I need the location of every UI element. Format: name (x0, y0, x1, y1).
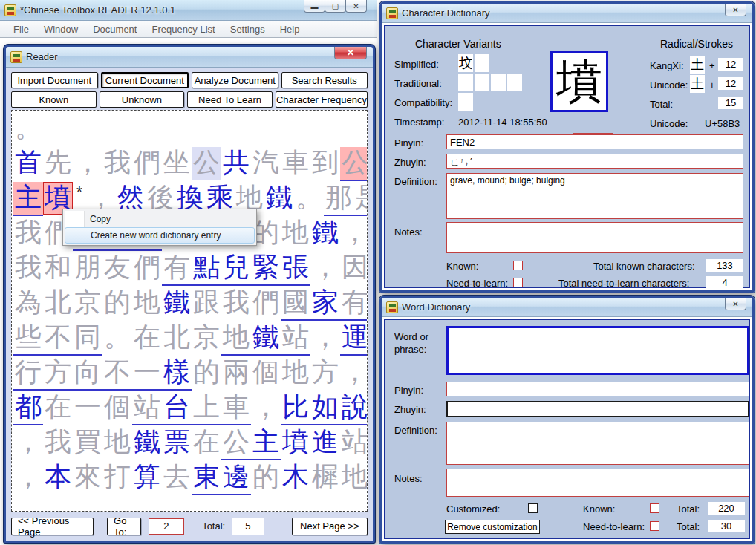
reader-char[interactable]: 汽 (251, 147, 281, 180)
reader-char[interactable]: 因 (340, 252, 368, 284)
reader-char[interactable]: 運 (340, 322, 368, 356)
reader-char[interactable]: 鐵 (162, 287, 192, 319)
reader-char[interactable]: 國 (281, 287, 310, 321)
previous-page-button[interactable]: << Previous Page (11, 518, 94, 535)
reader-char[interactable]: 打 (102, 461, 132, 494)
reader-char[interactable]: 兩 (221, 356, 251, 389)
reader-char[interactable]: 們 (251, 287, 281, 319)
reader-char[interactable]: ， (340, 217, 368, 249)
close-icon[interactable]: ✕ (345, 0, 367, 13)
reader-char[interactable]: 們 (132, 147, 162, 180)
menu-settings[interactable]: Settings (223, 22, 273, 36)
reader-char[interactable]: 上 (192, 391, 221, 425)
reader-char[interactable]: 一 (73, 391, 102, 424)
reader-char[interactable]: 行 (13, 356, 43, 391)
reader-char[interactable]: 個 (102, 391, 132, 424)
reader-char[interactable]: 緊 (251, 252, 281, 286)
simplified-char-box[interactable]: 坟 (458, 54, 473, 72)
reader-char[interactable]: 北 (162, 322, 192, 354)
reader-char[interactable]: 同 (73, 322, 102, 356)
reader-char[interactable]: 點 (192, 252, 221, 286)
context-menu-item-create-new-word-dictionary-entry[interactable]: Create new word dictionary entry (65, 227, 255, 244)
reader-char[interactable]: 家 (310, 287, 340, 321)
tab-import-document[interactable]: Import Document (11, 72, 98, 88)
reader-char[interactable]: 鐵 (132, 426, 162, 459)
reader-titlebar[interactable]: Reader (6, 47, 373, 68)
reader-char[interactable]: 站 (132, 391, 162, 425)
reader-char[interactable]: 京 (192, 322, 221, 354)
word-pinyin-field[interactable] (446, 382, 749, 396)
reader-char[interactable]: 比 (281, 391, 310, 425)
reader-char[interactable]: 我 (13, 217, 43, 249)
traditional-char-box-1[interactable] (458, 74, 473, 91)
word-notes-field[interactable] (446, 469, 749, 497)
goto-button[interactable]: Go To: (107, 518, 141, 535)
word-known-checkbox[interactable] (650, 503, 659, 513)
tab-analyze-document[interactable]: Analyze Document (192, 72, 278, 88)
reader-char[interactable]: 我 (13, 252, 43, 284)
reader-char[interactable]: 。 (294, 182, 324, 215)
reader-char[interactable]: 地 (281, 356, 310, 389)
maximize-icon[interactable]: ▢ (325, 0, 346, 13)
reader-char[interactable]: 邊 (221, 461, 251, 495)
traditional-char-box-4[interactable] (507, 74, 522, 91)
reader-char[interactable]: 。 (13, 112, 43, 145)
reader-char[interactable]: 友 (102, 252, 132, 284)
reader-char[interactable]: 方 (43, 356, 73, 391)
word-ntl-checkbox[interactable] (650, 521, 659, 531)
reader-char[interactable]: 到 (310, 147, 340, 180)
reader-char[interactable]: 墳 (281, 426, 310, 459)
reader-char[interactable]: 說 (340, 391, 368, 425)
reader-char[interactable]: 進 (310, 426, 340, 459)
reader-char[interactable]: 站 (281, 322, 310, 356)
reader-char[interactable]: 朋 (73, 252, 102, 284)
reader-char[interactable]: 有 (340, 287, 368, 321)
reader-char[interactable]: 個 (251, 356, 281, 389)
need-to-learn-checkbox[interactable] (513, 278, 523, 287)
menu-help[interactable]: Help (273, 22, 307, 36)
reader-char[interactable]: ， (340, 356, 368, 389)
reader-char[interactable]: 不 (102, 356, 132, 391)
reader-char[interactable]: 兒 (221, 252, 251, 286)
reader-char[interactable]: ， (310, 322, 340, 354)
pinyin-field[interactable]: FEN2 (446, 134, 743, 149)
reader-char[interactable]: ， (13, 461, 43, 494)
context-menu-item-copy[interactable]: Copy (65, 211, 255, 227)
reader-char[interactable]: ， (251, 391, 281, 424)
reader-char[interactable]: 的 (192, 356, 221, 389)
reader-close-icon[interactable]: ✕ (334, 47, 367, 59)
menu-window[interactable]: Window (36, 22, 85, 36)
reader-char[interactable]: 京 (73, 287, 102, 319)
reader-char[interactable]: 坐 (162, 147, 192, 180)
tab-unknown[interactable]: Unknown (100, 91, 185, 108)
reader-char[interactable]: 先 (43, 147, 73, 180)
reader-char[interactable]: 一 (132, 356, 162, 391)
reader-char[interactable]: 方 (310, 356, 340, 389)
reader-char[interactable]: 在 (43, 391, 73, 424)
zhuyin-field[interactable]: ㄈㄣˊ (446, 154, 743, 169)
reader-char[interactable]: 我 (102, 147, 132, 180)
word-definition-field[interactable] (446, 422, 749, 465)
reader-char[interactable]: 木 (281, 461, 310, 494)
reader-char[interactable]: 都 (13, 391, 43, 425)
reader-char[interactable]: 公 (221, 426, 251, 460)
tab-current-document[interactable]: Current Document (101, 72, 189, 88)
minimize-icon[interactable]: ▬ (304, 0, 325, 13)
word-dict-close-icon[interactable]: ✕ (725, 298, 746, 310)
reader-char[interactable]: 共 (221, 147, 251, 180)
goto-page-input[interactable]: 2 (149, 518, 185, 535)
reader-char[interactable]: 鐵 (251, 322, 281, 356)
traditional-char-box-2[interactable] (475, 74, 489, 91)
reader-char[interactable]: 在 (192, 426, 221, 459)
reader-char[interactable]: 樣 (162, 356, 192, 391)
reader-char[interactable]: 車 (281, 147, 310, 180)
reader-char[interactable]: 的 (251, 461, 281, 494)
reader-char[interactable]: 的 (102, 287, 132, 319)
menu-document[interactable]: Document (85, 22, 144, 36)
reader-char[interactable]: ， (310, 252, 340, 284)
reader-char[interactable]: 向 (73, 356, 102, 391)
menu-file[interactable]: File (6, 22, 36, 36)
reader-char[interactable]: 如 (310, 391, 340, 425)
char-dict-close-icon[interactable]: ✕ (725, 4, 746, 16)
reader-char[interactable]: 本 (43, 461, 73, 494)
